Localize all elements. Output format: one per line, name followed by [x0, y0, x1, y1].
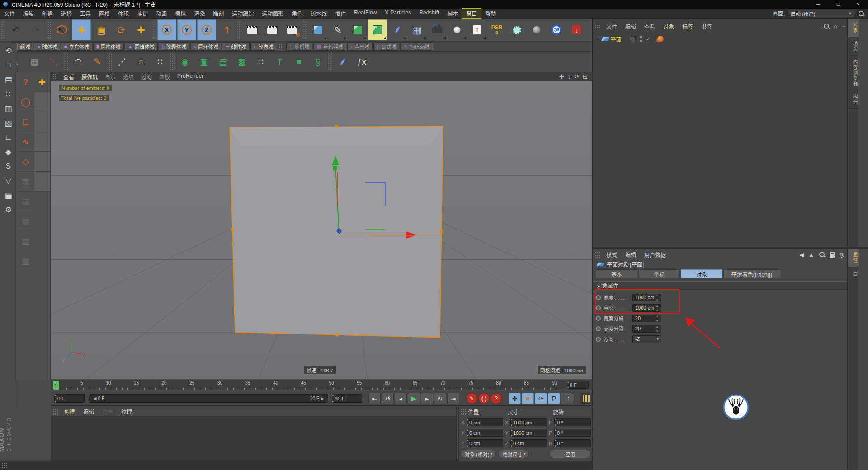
field-button[interactable]: ● 球体域: [34, 42, 60, 51]
am-target-icon[interactable]: ◎: [839, 251, 844, 258]
key-scale-toggle[interactable]: ■: [522, 393, 534, 404]
ellipse-selection-tool[interactable]: ◯: [18, 92, 33, 112]
menu-item[interactable]: 流水线: [307, 9, 331, 18]
make-editable-button[interactable]: ⟲: [1, 43, 16, 58]
empty-slot[interactable]: [34, 132, 50, 152]
empty-slot[interactable]: [34, 112, 50, 132]
cube-green-tool[interactable]: ■: [290, 52, 308, 71]
menu-item[interactable]: 角色: [288, 9, 307, 18]
size-z-field[interactable]: 0 cm: [510, 439, 547, 447]
generators-button[interactable]: [368, 19, 387, 40]
position-z-field[interactable]: 0 cm: [467, 439, 503, 447]
am-search-icon[interactable]: [819, 251, 825, 258]
om-menu-item[interactable]: 书签: [697, 23, 716, 30]
side-tab[interactable]: 场次: [848, 37, 859, 56]
command-slot[interactable]: ▨: [18, 231, 33, 251]
viewport-menu-item[interactable]: ProRender: [174, 73, 207, 80]
om-menu-item[interactable]: 查看: [640, 23, 659, 30]
om-search-icon[interactable]: [823, 23, 830, 29]
menu-item[interactable]: 选择: [57, 9, 76, 18]
timeline-ruler[interactable]: 0 051015202530354045505560657075808590 0…: [51, 380, 592, 390]
maximize-button[interactable]: □: [828, 0, 848, 9]
render-view-button[interactable]: [243, 19, 262, 40]
am-menu-item[interactable]: 编辑: [621, 251, 640, 258]
y-axis-lock[interactable]: Y: [177, 19, 196, 40]
previous-frame-button[interactable]: ◂: [395, 393, 407, 404]
environment-button[interactable]: ▦: [408, 19, 427, 40]
spline-smooth-tool[interactable]: ✎: [88, 52, 106, 71]
toolbar-handle[interactable]: [1, 21, 5, 39]
layer-swatch[interactable]: [630, 36, 636, 42]
frame-range-slider[interactable]: ◀ 0 F 90 F ▶: [89, 394, 328, 403]
rotate-tool[interactable]: ⟳: [112, 19, 131, 40]
om-home-icon[interactable]: ⌂: [834, 23, 837, 30]
om-menu-item[interactable]: 对象: [659, 23, 678, 30]
panel-handle[interactable]: [53, 409, 58, 415]
scale-tool[interactable]: ▣: [92, 19, 111, 40]
field-button[interactable]: ∿ Python域: [400, 42, 433, 51]
enable-check-icon[interactable]: ✓: [646, 36, 651, 42]
object-properties-section[interactable]: 对象属性: [593, 281, 858, 290]
viewport-menu-handle[interactable]: [52, 74, 58, 80]
keyframe-selection-button[interactable]: ?: [491, 393, 502, 404]
field-button[interactable]: ○ 圆环体域: [190, 42, 222, 51]
undo-button[interactable]: ↶: [6, 19, 25, 40]
rotation-h-field[interactable]: 0 °: [554, 418, 591, 426]
fill-bucket-button[interactable]: ▽: [1, 174, 16, 188]
mesh-cube-tool[interactable]: ▣: [195, 52, 213, 71]
gray-sphere-button[interactable]: [527, 19, 546, 40]
field-button[interactable]: ▮ 圆柱体域: [93, 42, 124, 51]
menu-item[interactable]: 运动图形: [258, 9, 288, 18]
lasso-selection-tool[interactable]: ∿: [18, 132, 33, 152]
menu-item[interactable]: 运动跟踪: [228, 9, 258, 18]
command-slot[interactable]: ▧: [18, 212, 33, 231]
menu-item[interactable]: 文件: [0, 9, 19, 18]
keyframe-radio[interactable]: [596, 337, 601, 342]
live-selection-tool[interactable]: ↖: [52, 19, 71, 40]
swirl-tool[interactable]: §: [309, 52, 327, 71]
field-button[interactable]: ▯ 胶囊体域: [159, 42, 189, 51]
field-button[interactable]: ▲ 圆锥体域: [125, 42, 158, 51]
attribute-tab[interactable]: 平滑着色(Phong): [723, 269, 780, 278]
field-button[interactable]: ↦ 线性域: [222, 42, 249, 51]
dot-circle-tool[interactable]: ◌: [132, 52, 150, 71]
previous-key-button[interactable]: ↺: [382, 393, 394, 404]
command-slot[interactable]: ▥: [18, 192, 33, 212]
workplane-button[interactable]: ▦: [1, 188, 16, 202]
command-slot[interactable]: ▩: [18, 251, 33, 271]
statusbar-handle[interactable]: [2, 463, 7, 469]
model-mode-button[interactable]: □: [1, 58, 16, 72]
width-segments-field[interactable]: 20: [632, 315, 661, 322]
qr-button[interactable]: QR: [547, 19, 566, 40]
camera-button[interactable]: [428, 19, 447, 40]
mesh-extrude-tool[interactable]: ▤: [214, 52, 232, 71]
om-menu-item[interactable]: 编辑: [621, 23, 640, 30]
menu-item[interactable]: 窗口: [462, 9, 481, 18]
panel-handle[interactable]: [595, 251, 600, 258]
z-axis-lock[interactable]: Z: [197, 19, 216, 40]
menu-item[interactable]: 渲染: [190, 9, 209, 18]
mesh-cage-tool[interactable]: ◉: [176, 52, 194, 71]
pen-spline-button[interactable]: ✎: [328, 19, 347, 40]
command-slot[interactable]: ▤: [18, 172, 33, 192]
current-frame-field[interactable]: 0 F: [54, 394, 85, 403]
close-button[interactable]: ×: [848, 0, 868, 9]
viewport-menu-item[interactable]: 过滤: [137, 73, 156, 80]
deformers-button[interactable]: [388, 19, 407, 40]
material-menu-item[interactable]: 编辑: [79, 408, 98, 415]
key-pla-toggle[interactable]: ∷: [561, 393, 573, 404]
side-tab[interactable]: 内容浏览器: [848, 56, 859, 90]
viewport-menu-item[interactable]: 面板: [156, 73, 174, 80]
side-tab[interactable]: 构造: [848, 90, 859, 109]
viewport-menu-item[interactable]: 摄像机: [78, 73, 101, 80]
keyframe-radio[interactable]: [596, 316, 601, 321]
minimize-button[interactable]: ─: [808, 0, 828, 9]
dot-grid-tool[interactable]: ∷: [151, 52, 169, 71]
spline-pen-tool[interactable]: ◠: [69, 52, 87, 71]
end-frame-field[interactable]: 90 F: [332, 394, 362, 403]
field-button[interactable]: ∷ 随机域: [286, 42, 312, 51]
field-button[interactable]: ▩ 着色器域: [313, 42, 346, 51]
am-menu-item[interactable]: 用户数据: [640, 251, 670, 258]
keyframe-radio[interactable]: [596, 326, 601, 331]
subdivision-surface-button[interactable]: [348, 19, 367, 40]
